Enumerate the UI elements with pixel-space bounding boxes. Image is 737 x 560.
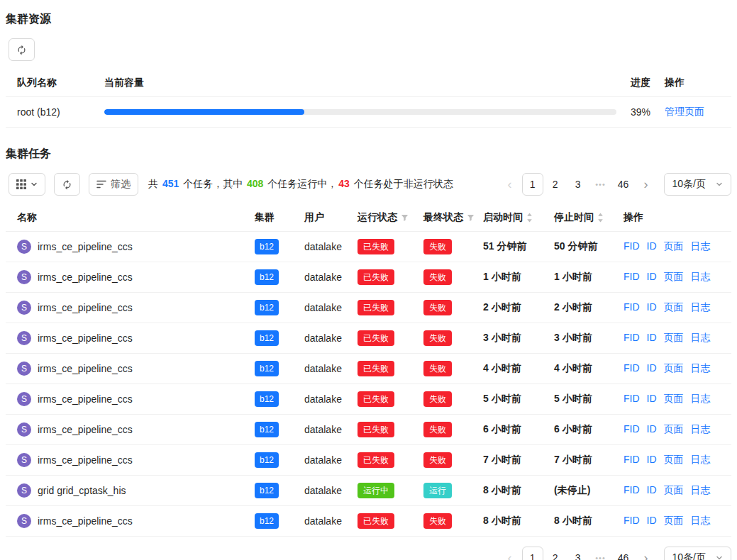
grid-view-button[interactable] (9, 173, 45, 196)
page: 集群资源 队列名称 当前容量 进度 操作 root (b12) (0, 0, 737, 560)
run-status-filter-icon[interactable] (401, 214, 409, 222)
action-link[interactable]: ID (647, 301, 657, 313)
refresh-icon (16, 45, 27, 55)
action-link[interactable]: FID (624, 362, 640, 374)
action-link[interactable]: 日志 (691, 271, 711, 282)
avatar: S (17, 483, 31, 498)
action-link[interactable]: 页面 (664, 362, 684, 374)
pagination-page-46[interactable]: 46 (613, 173, 634, 196)
pagination-page-46[interactable]: 46 (613, 547, 634, 560)
action-link[interactable]: FID (624, 332, 640, 343)
action-link[interactable]: ID (647, 454, 657, 465)
action-link[interactable]: 日志 (691, 332, 711, 343)
manage-page-link[interactable]: 管理页面 (665, 106, 704, 117)
pagination-next[interactable]: › (636, 547, 657, 560)
action-link[interactable]: 页面 (664, 454, 684, 465)
action-link[interactable]: ID (647, 515, 657, 526)
col-task-name: 名称 (6, 204, 243, 232)
stop-time-sorter-icon[interactable] (597, 213, 604, 223)
action-link[interactable]: FID (624, 301, 640, 313)
task-name: irms_ce_pipeline_ccs (38, 454, 133, 466)
action-link[interactable]: 日志 (691, 301, 711, 313)
action-link[interactable]: 页面 (664, 271, 684, 282)
action-link[interactable]: FID (624, 240, 640, 252)
action-link[interactable]: 页面 (664, 515, 684, 526)
cluster-tasks-title: 集群任务 (6, 146, 731, 162)
cluster-tasks-table: 名称 集群 用户 运行状态 最终状态 启动时间 停止时间 操作 S irms_c… (6, 204, 731, 537)
action-link[interactable]: 日志 (691, 484, 711, 495)
pagination-page-2[interactable]: 2 (545, 173, 566, 196)
action-link[interactable]: 日志 (691, 240, 711, 252)
col-queue-name: 队列名称 (6, 69, 99, 97)
action-link[interactable]: 页面 (664, 484, 684, 495)
action-link[interactable]: ID (647, 271, 657, 282)
summary-mid1: 个任务，其中 (180, 178, 245, 189)
pagination-next[interactable]: › (636, 173, 657, 196)
action-link[interactable]: 页面 (664, 332, 684, 343)
action-link[interactable]: FID (624, 271, 640, 282)
action-link[interactable]: 日志 (691, 515, 711, 526)
resources-refresh-button[interactable] (9, 38, 35, 61)
final-status-tag: 失败 (423, 239, 452, 254)
pagination-ellipsis[interactable]: ••• (590, 547, 611, 560)
tasks-refresh-button[interactable] (54, 173, 80, 196)
action-link[interactable]: 页面 (664, 301, 684, 313)
action-link[interactable]: ID (647, 484, 657, 495)
run-status-tag: 已失败 (358, 300, 394, 315)
action-link[interactable]: 日志 (691, 454, 711, 465)
action-link[interactable]: ID (647, 240, 657, 252)
start-time-sorter-icon[interactable] (526, 213, 533, 223)
tasks-header-row: 名称 集群 用户 运行状态 最终状态 启动时间 停止时间 操作 (6, 204, 731, 232)
table-row: S irms_ce_pipeline_ccs b12 datalake 已失败 … (6, 323, 731, 354)
action-link[interactable]: ID (647, 393, 657, 404)
not-running-count: 43 (338, 178, 350, 189)
col-resource-actions: 操作 (653, 69, 731, 97)
grid-icon (16, 179, 26, 189)
start-time-cell: 7 小时前 (472, 445, 543, 476)
run-status-tag: 已失败 (358, 361, 394, 376)
progress-percent: 39% (619, 97, 653, 128)
stop-time-cell: 7 小时前 (543, 445, 612, 476)
pagination-page-1[interactable]: 1 (522, 173, 543, 196)
chevron-down-icon (31, 181, 38, 188)
action-link[interactable]: ID (647, 423, 657, 435)
page-size-select[interactable]: 10条/页 (664, 173, 731, 196)
pagination-page-1[interactable]: 1 (522, 547, 543, 560)
action-link[interactable]: 日志 (691, 393, 711, 404)
action-link[interactable]: 页面 (664, 423, 684, 435)
user-cell: datalake (304, 485, 342, 496)
action-link[interactable]: FID (624, 454, 640, 465)
start-time-cell: 2 小时前 (472, 293, 543, 323)
pagination-ellipsis[interactable]: ••• (590, 173, 611, 196)
page-size-label: 10条/页 (672, 178, 706, 191)
action-link[interactable]: ID (647, 362, 657, 374)
action-link[interactable]: 日志 (691, 362, 711, 374)
action-link[interactable]: FID (624, 515, 640, 526)
task-name: irms_ce_pipeline_ccs (38, 363, 133, 374)
pagination-prev[interactable]: ‹ (499, 547, 521, 560)
action-link[interactable]: FID (624, 423, 640, 435)
filter-button[interactable]: 筛选 (89, 173, 138, 196)
start-time-cell: 4 小时前 (472, 354, 543, 384)
run-status-tag: 已失败 (358, 391, 394, 407)
table-row: S irms_ce_pipeline_ccs b12 datalake 已失败 … (6, 384, 731, 415)
pagination-page-3[interactable]: 3 (567, 173, 589, 196)
pagination-page-3[interactable]: 3 (567, 547, 589, 560)
resources-header-row: 队列名称 当前容量 进度 操作 (6, 69, 731, 97)
page-size-select[interactable]: 10条/页 (664, 547, 731, 560)
summary-mid2: 个任务运行中， (265, 178, 337, 189)
pagination-page-2[interactable]: 2 (545, 547, 566, 560)
user-cell: datalake (304, 454, 342, 466)
pagination-prev[interactable]: ‹ (499, 173, 521, 196)
action-link[interactable]: 页面 (664, 240, 684, 252)
action-link[interactable]: FID (624, 484, 640, 495)
stop-time-cell: 3 小时前 (543, 323, 612, 354)
action-link[interactable]: FID (624, 393, 640, 404)
run-status-tag: 已失败 (358, 422, 394, 437)
action-link[interactable]: ID (647, 332, 657, 343)
action-link[interactable]: 日志 (691, 423, 711, 435)
final-status-tag: 失败 (423, 330, 452, 346)
final-status-filter-icon[interactable] (467, 214, 475, 222)
final-status-tag: 失败 (423, 422, 452, 437)
action-link[interactable]: 页面 (664, 393, 684, 404)
